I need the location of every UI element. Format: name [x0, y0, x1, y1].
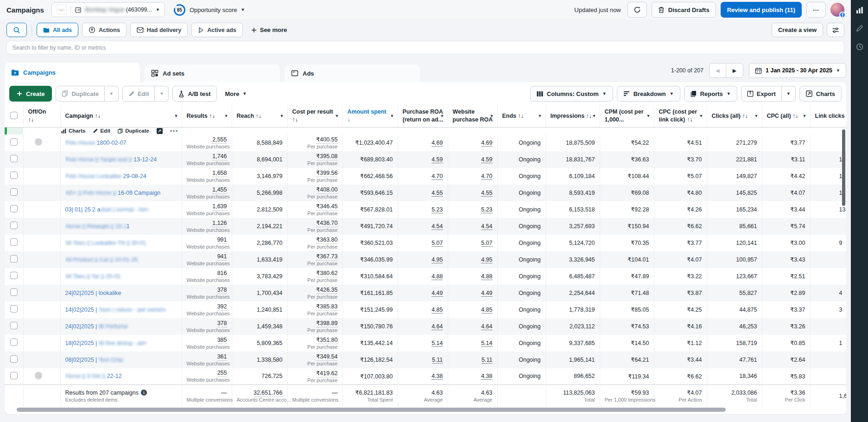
columns-button[interactable]: Columns: Custom ▼	[530, 86, 613, 102]
column-header-cpc-all[interactable]: CPC (all) ↑↓▼	[762, 105, 810, 127]
row-pin-action[interactable]: ↗	[157, 128, 163, 134]
column-menu-icon[interactable]: ▼	[646, 114, 651, 118]
breakdown-button[interactable]: Breakdown ▼	[617, 86, 680, 102]
filter-pill-active-ads[interactable]: Active ads	[191, 23, 243, 37]
row-checkbox[interactable]	[10, 305, 18, 313]
column-header-amount-spent[interactable]: Amount spent↓▼	[342, 105, 398, 127]
more-options-button[interactable]: ···	[806, 2, 826, 18]
campaign-toggle[interactable]	[35, 138, 42, 146]
campaign-name-link[interactable]: All Tees || Tar || 25-01	[65, 273, 177, 280]
campaign-name-link[interactable]: 14|02|2025 | Toon | nature - pet owners	[65, 307, 177, 313]
duplicate-dropdown-button[interactable]: ▼	[105, 86, 119, 102]
create-a-view-button[interactable]: Create a view	[772, 23, 823, 37]
campaign-name-link[interactable]: Horse || 3-Set || 22-12	[65, 373, 177, 379]
column-header-link-clicks[interactable]: Link clicks ↑↓	[810, 105, 846, 127]
row-charts-action[interactable]: Charts	[61, 128, 85, 134]
horizontal-scrollbar[interactable]	[17, 408, 726, 412]
ad-account-selector[interactable]: logo Bombay Vogue (463099... ▼	[51, 2, 165, 17]
prev-page-button[interactable]: ◀	[710, 64, 726, 77]
info-icon[interactable]: i	[141, 390, 147, 396]
campaign-name-link[interactable]: 24|02|2025 | IB Perfume	[65, 323, 177, 330]
tab-campaigns[interactable]: Campaigns	[5, 63, 140, 82]
column-menu-icon[interactable]: ▼	[224, 114, 228, 118]
row-checkbox[interactable]	[10, 155, 18, 162]
column-menu-icon[interactable]: ▼	[280, 114, 284, 118]
campaign-name-link[interactable]: Polo House 1800-02-07	[65, 140, 177, 146]
refresh-button[interactable]	[627, 2, 647, 18]
next-page-button[interactable]: ▶	[726, 64, 743, 77]
row-checkbox[interactable]	[10, 322, 18, 329]
column-header-cost-per-result[interactable]: Cost per result↑↓▼	[287, 105, 342, 127]
row-edit-action[interactable]: Edit	[93, 128, 110, 134]
campaign-name-link[interactable]: Polo Horse || Target aud || 13-12-24	[65, 156, 177, 163]
column-header-ends[interactable]: Ends ↑↓▼	[497, 105, 545, 127]
row-checkbox[interactable]	[10, 138, 18, 146]
review-and-publish-button[interactable]: Review and publish (11)	[721, 2, 802, 18]
date-range-picker[interactable]: 1 Jan 2025 - 30 Apr 2025 ▼	[749, 63, 846, 78]
column-menu-icon[interactable]: ▼	[699, 114, 703, 118]
performance-chart-icon[interactable]	[856, 6, 863, 14]
row-checkbox[interactable]	[10, 372, 18, 379]
column-menu-icon[interactable]: ▼	[538, 114, 542, 118]
column-header-cpc-link[interactable]: CPC (cost perlink click) ↑↓▼	[654, 105, 707, 127]
row-checkbox[interactable]	[10, 355, 18, 363]
column-header-cpm[interactable]: CPM (cost per1,000...▼	[600, 105, 654, 127]
filter-pill-had-delivery[interactable]: Had delivery	[130, 23, 188, 37]
campaign-name-link[interactable]: All Product || Cat || 10-01-25	[65, 256, 177, 263]
row-checkbox[interactable]	[10, 255, 18, 262]
duplicate-button[interactable]: Duplicate	[56, 86, 105, 102]
campaign-name-link[interactable]: AD+ || Polo Horse || 16-09 Campaign	[65, 190, 177, 196]
campaign-name-link[interactable]: All Tees || Lookalike TN || 30-01	[65, 240, 177, 246]
discard-drafts-button[interactable]: Discard Drafts	[652, 2, 716, 18]
campaign-name-link[interactable]: 08|02|2025 | Test Cmp	[65, 357, 177, 363]
filter-pill-actions[interactable]: Actions	[82, 23, 127, 37]
column-header-campaign[interactable]: Campaign ↑↓▼	[60, 105, 182, 127]
view-settings-button[interactable]	[827, 23, 844, 37]
column-menu-icon[interactable]: ▼	[803, 114, 807, 118]
row-checkbox[interactable]	[10, 222, 18, 229]
export-dropdown-button[interactable]: ▼	[782, 86, 796, 102]
row-checkbox[interactable]	[10, 272, 18, 279]
column-header-off-on[interactable]: Off/On↑↓	[23, 105, 60, 127]
column-header-reach[interactable]: Reach ↑↓▼	[232, 105, 287, 127]
export-button[interactable]: Export	[741, 86, 782, 102]
tab-ad-sets[interactable]: Ad sets	[145, 64, 280, 82]
row-checkbox[interactable]	[10, 205, 18, 212]
campaign-name-link[interactable]: 24|02|2025 | lookalike	[65, 290, 177, 296]
ab-test-button[interactable]: A/B test	[172, 86, 216, 102]
reports-button[interactable]: Reports ▼	[684, 86, 737, 102]
column-header-purchase-roas[interactable]: Purchase ROAS(return on ad...▼	[398, 105, 448, 127]
column-header-impressions[interactable]: Impressions ↑↓▼	[545, 105, 600, 127]
row-checkbox[interactable]	[10, 288, 18, 296]
column-menu-icon[interactable]: ▼	[174, 114, 178, 118]
tab-ads[interactable]: Ads	[285, 64, 420, 82]
row-checkbox[interactable]	[10, 172, 18, 179]
edit-pencil-icon[interactable]	[856, 25, 863, 32]
see-more-button[interactable]: See more	[247, 26, 292, 33]
column-header-website-purchase-roas[interactable]: Websitepurchase ROA...▼	[448, 105, 497, 127]
edit-dropdown-button[interactable]: ▼	[155, 86, 169, 102]
search-input[interactable]	[6, 41, 844, 54]
column-menu-icon[interactable]: ▼	[754, 114, 759, 118]
filter-pill-all-ads[interactable]: All ads	[37, 23, 78, 37]
campaign-toggle[interactable]	[35, 372, 42, 379]
campaign-name-link[interactable]: 18|02|2025 | IB fine dining - ad+	[65, 340, 177, 346]
row-checkbox[interactable]	[10, 188, 18, 196]
column-menu-icon[interactable]: ▼	[440, 114, 444, 118]
column-menu-icon[interactable]: ▼	[335, 114, 339, 118]
vertical-scrollbar[interactable]	[842, 129, 845, 206]
create-button[interactable]: Create	[9, 86, 52, 102]
more-menu-button[interactable]: More ▼	[221, 90, 252, 97]
column-header-clicks-all[interactable]: Clicks (all) ↑↓▼	[707, 105, 762, 127]
user-avatar[interactable]: f	[830, 3, 844, 17]
edit-button[interactable]: Edit	[122, 86, 155, 102]
campaign-name-link[interactable]: 03| 01| 25 2 adset | normal - Ad+	[65, 206, 177, 213]
select-all-checkbox[interactable]	[10, 112, 18, 119]
opportunity-score[interactable]: 85 Opportunity score ▼	[173, 4, 245, 16]
campaign-name-link[interactable]: Polo House Lookalike-29-08-24	[65, 173, 177, 179]
campaign-name-link[interactable]: Horse || Retarget || 15-11	[65, 223, 177, 230]
history-clock-icon[interactable]	[856, 43, 863, 51]
row-more-actions[interactable]: •••	[170, 128, 178, 134]
column-menu-icon[interactable]: ▼	[490, 114, 494, 118]
row-checkbox[interactable]	[10, 238, 18, 246]
